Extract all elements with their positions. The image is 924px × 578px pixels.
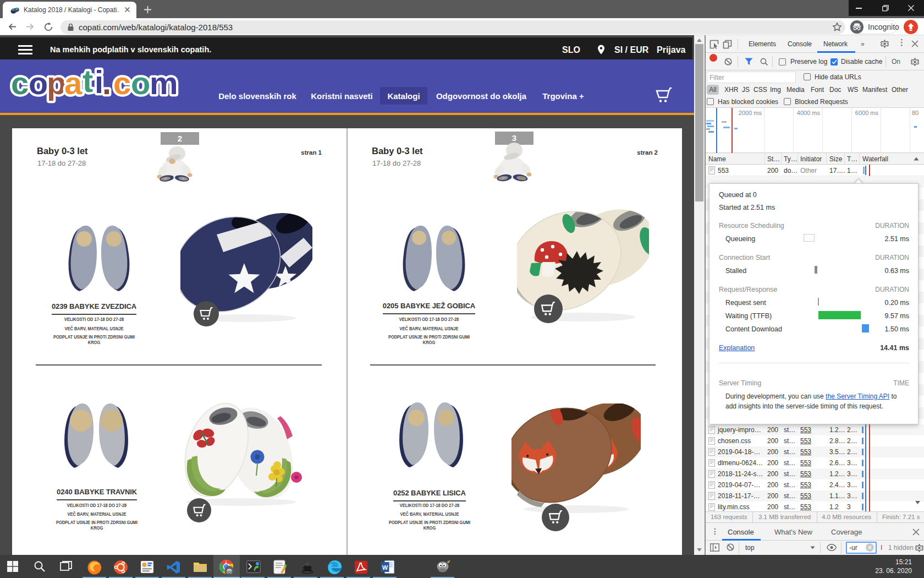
svg-text:p: p: [47, 65, 66, 101]
svg-text:m: m: [150, 65, 178, 101]
svg-text:.: .: [102, 65, 111, 101]
svg-text:t: t: [82, 63, 93, 99]
svg-text:o: o: [29, 65, 48, 101]
svg-text:W: W: [382, 564, 388, 571]
svg-text:o: o: [131, 65, 150, 101]
svg-text:c: c: [113, 65, 131, 101]
svg-text:c: c: [11, 65, 29, 101]
svg-text:a: a: [64, 65, 82, 101]
